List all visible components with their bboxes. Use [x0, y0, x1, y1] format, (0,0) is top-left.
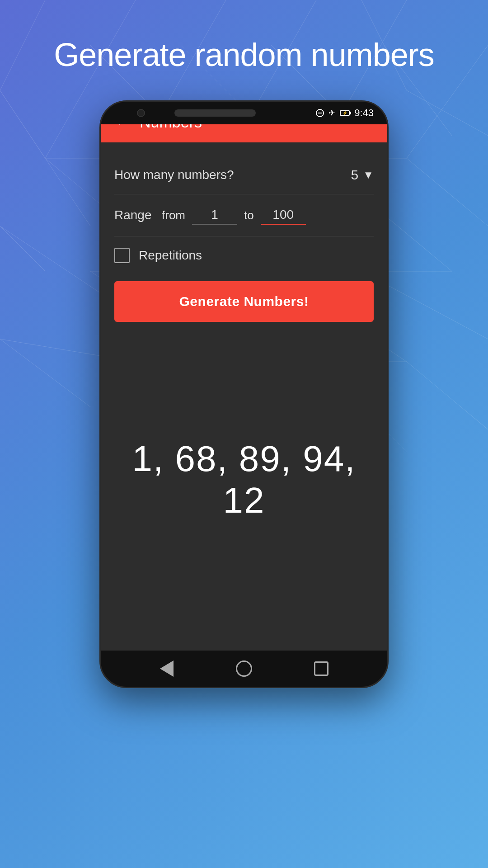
phone-top-area: ✈ ⚡ 9:43	[101, 102, 387, 124]
svg-line-6	[0, 90, 90, 226]
range-to-input[interactable]	[261, 206, 306, 225]
nav-back-button[interactable]	[153, 655, 180, 682]
generate-button[interactable]: Generate Numbers!	[114, 281, 374, 322]
results-numbers: 1, 68, 89, 94, 12	[123, 438, 365, 521]
svg-line-11	[407, 158, 488, 226]
recent-nav-icon	[314, 661, 328, 676]
content-area: How many numbers? 5 ▼ Range from to Repe…	[101, 142, 387, 651]
nav-home-button[interactable]	[230, 655, 258, 682]
repetitions-label: Repetitions	[139, 248, 202, 263]
status-time: 9:43	[354, 107, 374, 119]
from-label: from	[162, 208, 185, 222]
svg-line-22	[0, 90, 45, 158]
range-row: Range from to	[114, 194, 374, 236]
svg-line-17	[0, 339, 90, 407]
charging-icon: ⚡	[343, 111, 347, 115]
nav-recent-button[interactable]	[308, 655, 335, 682]
do-not-disturb-icon	[316, 109, 324, 117]
page-title: Generate random numbers	[54, 36, 434, 73]
repetitions-checkbox[interactable]	[114, 248, 130, 263]
speaker	[174, 109, 256, 117]
phone-frame: ✈ ⚡ 9:43 ← Numbers How many numbers? 5	[99, 100, 389, 688]
svg-line-21	[407, 362, 488, 429]
how-many-dropdown[interactable]: 5 ▼	[351, 167, 374, 183]
home-nav-icon	[236, 660, 252, 677]
camera	[137, 109, 145, 117]
how-many-value: 5	[351, 167, 359, 183]
range-from-input[interactable]	[192, 206, 237, 225]
status-icons: ✈ ⚡ 9:43	[316, 107, 374, 119]
results-area: 1, 68, 89, 94, 12	[114, 322, 374, 637]
svg-line-37	[407, 90, 488, 136]
how-many-label: How many numbers?	[114, 168, 234, 182]
how-many-row: How many numbers? 5 ▼	[114, 156, 374, 194]
range-label: Range	[114, 208, 155, 222]
svg-line-0	[0, 0, 45, 90]
repetitions-row: Repetitions	[114, 236, 374, 274]
back-nav-icon	[160, 660, 174, 677]
bottom-nav	[101, 651, 387, 687]
svg-line-27	[0, 226, 45, 271]
to-label: to	[244, 208, 254, 222]
airplane-icon: ✈	[328, 108, 335, 118]
dropdown-arrow-icon: ▼	[363, 169, 374, 181]
battery-icon: ⚡	[340, 110, 350, 116]
